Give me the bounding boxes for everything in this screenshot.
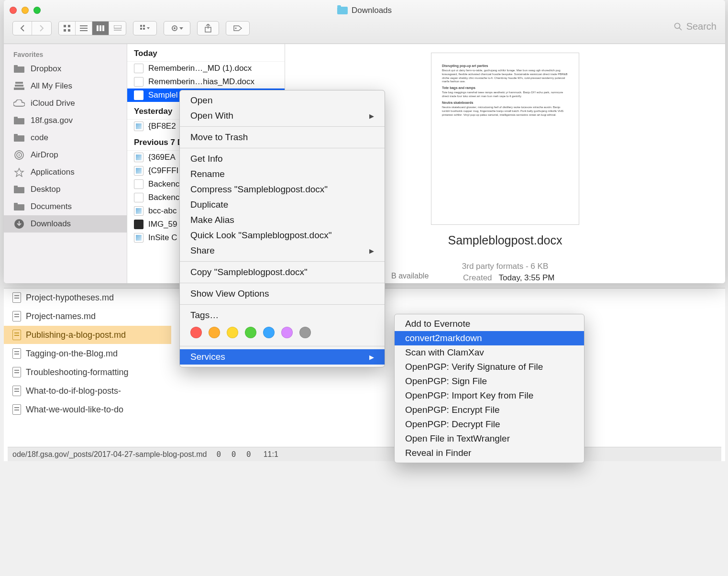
menu-show-view-options[interactable]: Show View Options (180, 286, 385, 301)
editor-file-row[interactable]: Tagging-on-the-Blog.md (4, 344, 171, 363)
traffic-lights (10, 7, 41, 14)
sidebar-item-all-files[interactable]: All My Files (4, 78, 127, 95)
sidebar-item-downloads[interactable]: Downloads (4, 215, 127, 233)
preview-filename: Sampleblogpost.docx (448, 233, 562, 247)
service-reveal-in-finder[interactable]: Reveal in Finder (395, 446, 584, 460)
preview-thumbnail[interactable]: Disrupting pop-up art parties Biscuit qu… (431, 53, 579, 225)
menu-copy[interactable]: Copy "Sampleblogpost.docx" (180, 265, 385, 280)
window-title-text: Downloads (352, 6, 392, 15)
document-icon (12, 367, 21, 377)
editor-file-name: Tagging-on-the-Blog.md (26, 349, 118, 359)
minimize-button[interactable] (22, 7, 29, 14)
service-openpgp-encrypt[interactable]: OpenPGP: Encrypt File (395, 403, 584, 417)
search-field[interactable]: Search (674, 21, 717, 32)
svg-rect-9 (102, 25, 104, 31)
arrange-button[interactable] (133, 21, 157, 35)
file-row[interactable]: Rememberin…hias_MD.docx (127, 75, 285, 89)
context-menu: Open Open With▶ Move to Trash Get Info R… (179, 90, 385, 367)
menu-open-with[interactable]: Open With▶ (180, 108, 385, 123)
tag-yellow[interactable] (227, 327, 238, 338)
document-icon (12, 311, 21, 321)
service-openpgp-sign[interactable]: OpenPGP: Sign File (395, 374, 584, 388)
tag-blue[interactable] (263, 327, 275, 338)
sidebar-label: Documents (31, 202, 72, 211)
tag-gray[interactable] (299, 327, 311, 338)
editor-file-name: Troubleshooting-formatting (26, 367, 128, 377)
editor-file-row[interactable]: Project-hypotheses.md (4, 288, 171, 307)
sidebar-item-applications[interactable]: Applications (4, 164, 127, 181)
svg-rect-31 (14, 134, 18, 136)
menu-compress[interactable]: Compress "Sampleblogpost.docx" (180, 182, 385, 197)
file-name: Backenc (148, 179, 179, 189)
sidebar-item-desktop[interactable]: Desktop (4, 181, 127, 198)
status-bar-available: B available (391, 272, 429, 280)
sidebar-item-dropbox[interactable]: Dropbox (4, 60, 127, 78)
editor-file-row[interactable]: Project-names.md (4, 307, 171, 326)
document-icon (12, 348, 21, 359)
document-icon (134, 90, 143, 100)
service-add-to-evernote[interactable]: Add to Evernote (395, 317, 584, 331)
sidebar-item-18f[interactable]: 18f.gsa.gov (4, 112, 127, 129)
menu-rename[interactable]: Rename (180, 166, 385, 182)
service-openpgp-decrypt[interactable]: OpenPGP: Decrypt File (395, 417, 584, 432)
service-openpgp-verify[interactable]: OpenPGP: Verify Signature of File (395, 360, 584, 374)
editor-file-row[interactable]: What-to-do-if-blog-posts- (4, 382, 171, 400)
service-scan-clamxav[interactable]: Scan with ClamXav (395, 345, 584, 360)
service-open-textwrangler[interactable]: Open File in TextWrangler (395, 432, 584, 446)
document-icon (134, 179, 143, 189)
tags-button[interactable] (226, 21, 250, 35)
tag-green[interactable] (245, 327, 256, 338)
svg-point-20 (235, 28, 237, 29)
menu-move-to-trash[interactable]: Move to Trash (180, 130, 385, 145)
folder-icon (13, 116, 25, 125)
sidebar-item-code[interactable]: code (4, 129, 127, 146)
svg-rect-27 (14, 88, 24, 90)
editor-file-row[interactable]: Publishing-a-blog-post.md (4, 326, 171, 344)
menu-make-alias[interactable]: Make Alias (180, 212, 385, 228)
coverflow-view-button[interactable] (109, 22, 126, 35)
tag-red[interactable] (190, 327, 202, 338)
sidebar-item-airdrop[interactable]: AirDrop (4, 146, 127, 164)
forward-button[interactable] (32, 22, 51, 35)
editor-file-row[interactable]: Troubleshooting-formatting (4, 363, 171, 382)
image-icon (134, 220, 143, 229)
menu-separator (180, 283, 385, 283)
preview-created-value: Today, 3:55 PM (499, 273, 555, 283)
folder-icon (13, 133, 25, 143)
action-button[interactable] (164, 21, 190, 35)
editor-file-name: What-to-do-if-blog-posts- (26, 386, 121, 396)
share-button[interactable] (197, 21, 219, 35)
tag-purple[interactable] (281, 327, 293, 338)
column-view-button[interactable] (92, 22, 109, 35)
sidebar-item-documents[interactable]: Documents (4, 198, 127, 215)
view-mode-buttons (58, 21, 126, 35)
service-openpgp-import[interactable]: OpenPGP: Import Key from File (395, 388, 584, 403)
tag-orange[interactable] (209, 327, 220, 338)
icon-view-button[interactable] (59, 22, 76, 35)
list-view-button[interactable] (76, 22, 92, 35)
back-button[interactable] (13, 22, 32, 35)
file-row[interactable]: Rememberin…_MD (1).docx (127, 62, 285, 75)
folder-icon (337, 7, 348, 14)
editor-file-row[interactable]: What-we-would-like-to-do (4, 400, 171, 419)
sidebar-item-icloud[interactable]: iCloud Drive (4, 95, 127, 112)
editor-file-name: What-we-would-like-to-do (26, 405, 123, 415)
close-button[interactable] (10, 7, 17, 14)
svg-rect-38 (14, 203, 18, 205)
chevron-right-icon: ▶ (369, 247, 374, 255)
menu-get-info[interactable]: Get Info (180, 151, 385, 166)
sidebar-heading-favorites: Favorites (4, 48, 127, 60)
menu-open[interactable]: Open (180, 93, 385, 108)
svg-rect-10 (114, 25, 121, 28)
svg-point-17 (174, 27, 176, 29)
menu-tags[interactable]: Tags… (180, 308, 385, 323)
menu-duplicate[interactable]: Duplicate (180, 197, 385, 212)
svg-rect-8 (99, 25, 101, 31)
menu-share[interactable]: Share▶ (180, 243, 385, 258)
svg-rect-28 (14, 118, 24, 124)
sidebar-label: All My Files (31, 81, 72, 91)
menu-services[interactable]: Services▶ (180, 349, 385, 365)
menu-quick-look[interactable]: Quick Look "Sampleblogpost.docx" (180, 228, 385, 243)
service-convert2markdown[interactable]: convert2markdown (395, 331, 584, 345)
zoom-button[interactable] (33, 7, 41, 14)
